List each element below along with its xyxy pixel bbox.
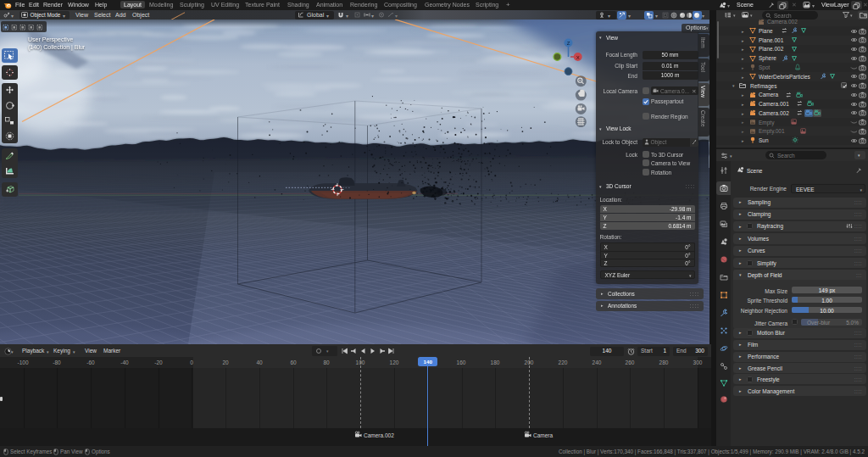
svg-text:Z: Z bbox=[567, 41, 570, 46]
svg-text:X: X bbox=[576, 55, 580, 60]
